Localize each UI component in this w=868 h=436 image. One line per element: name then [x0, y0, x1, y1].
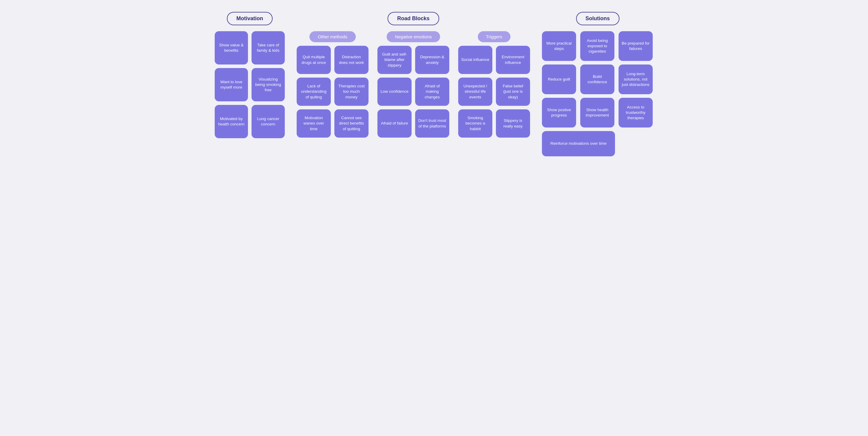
list-item: Cannot see direct benefits of quitting [334, 109, 369, 138]
list-item: Want to love myself more [215, 68, 248, 101]
motivation-header: Motivation [227, 12, 273, 25]
motivation-section: Motivation Show value & benefits Take ca… [215, 12, 285, 138]
list-item: Depression & anxiety [415, 46, 449, 74]
solutions-grid: More practical steps Avoid being exposed… [542, 31, 653, 156]
triggers-grid: Social influence Environment influence U… [458, 46, 530, 138]
negative-emotions-subsection: Negative emotions Guilt and self-blame a… [377, 31, 449, 138]
motivation-grid: Show value & benefits Take care of famil… [215, 31, 285, 138]
list-item: Access to trustworthy therapies [619, 98, 653, 127]
list-item: Smoking becomes a habbit [458, 109, 492, 138]
negative-emotions-label: Negative emotions [386, 31, 440, 42]
roadblocks-section: Road Blocks Other methods Quit multiple … [297, 12, 530, 138]
roadblocks-wrapper: Other methods Quit multiple drugs at onc… [297, 31, 530, 138]
negative-emotions-grid: Guilt and self-blame after slippery Depr… [377, 46, 449, 138]
list-item: Social influence [458, 46, 492, 74]
list-item: Slippery is really easy [496, 109, 530, 138]
other-methods-subsection: Other methods Quit multiple drugs at onc… [297, 31, 369, 138]
roadblocks-header: Road Blocks [388, 12, 439, 25]
list-item: More practical steps [542, 31, 576, 61]
board: Motivation Show value & benefits Take ca… [9, 12, 859, 156]
list-item: Avoid being exposed to cigarettes [580, 31, 614, 61]
list-item: Lack of understanding of quiting [297, 78, 331, 106]
list-item: Show health improvement [580, 98, 614, 127]
list-item: Lung cancer concern [251, 105, 285, 138]
other-methods-grid: Quit multiple drugs at once Distraction … [297, 46, 369, 138]
list-item: Quit multiple drugs at once [297, 46, 331, 74]
list-item: Environment influence [496, 46, 530, 74]
list-item: Therapies cost too much money [334, 78, 369, 106]
list-item: Reduce guilt [542, 64, 576, 94]
solutions-section: Solutions More practical steps Avoid bei… [542, 12, 653, 156]
list-item: Guilt and self-blame after slippery [377, 46, 411, 74]
list-item: Afraid of failure [377, 109, 411, 138]
list-item: Long-term solutions, not just distractio… [619, 64, 653, 94]
list-item: Distraction does not work [334, 46, 369, 74]
list-item: Low confidence [377, 78, 411, 106]
list-item: Reinforce motivations over time [542, 131, 615, 156]
list-item: Be prepared for failures [619, 31, 653, 61]
list-item: Build confidence [580, 64, 614, 94]
list-item: Take care of family & kids [251, 31, 285, 64]
list-item: Show value & benefits [215, 31, 248, 64]
other-methods-label: Other methods [309, 31, 355, 42]
list-item: Visualizing being smoking free [251, 68, 285, 101]
list-item: Motivated by health concern [215, 105, 248, 138]
list-item: Show postive progress [542, 98, 576, 127]
triggers-label: Triggers [478, 31, 510, 42]
list-item: Unexpected / stressful life events [458, 78, 492, 106]
list-item: Afraid of making changes [415, 78, 449, 106]
triggers-subsection: Triggers Social influence Environment in… [458, 31, 530, 138]
solutions-header: Solutions [576, 12, 619, 25]
list-item: Motivation wanes over time [297, 109, 331, 138]
list-item: Don't trust most of the platforms [415, 109, 449, 138]
list-item: False belief (just one is okay) [496, 78, 530, 106]
